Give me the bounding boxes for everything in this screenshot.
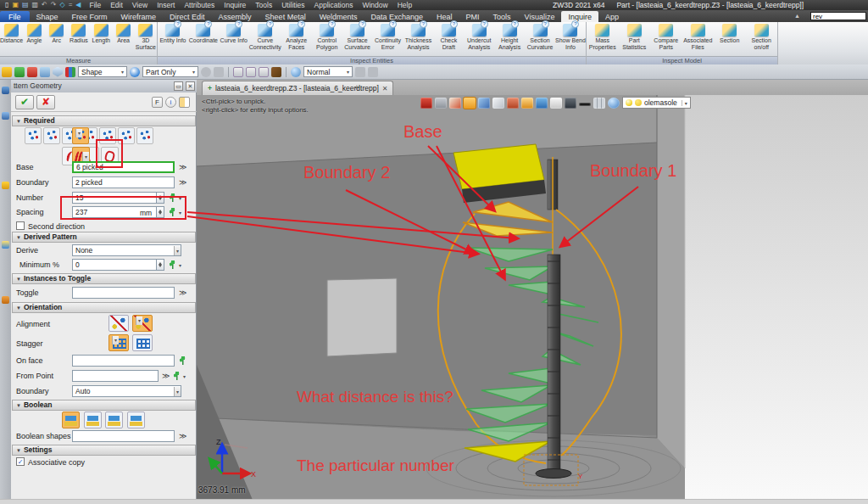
ribbon-button[interactable]: Section Curvature — [525, 24, 555, 51]
ribbon-tab-app[interactable]: App — [598, 11, 626, 22]
new-document-tab-button[interactable]: + — [354, 83, 359, 92]
open-folder-icon[interactable]: ▣ — [12, 1, 19, 9]
dock-folder-icon[interactable] — [2, 182, 9, 189]
pattern-at-curves-icon-selected[interactable] — [72, 127, 89, 144]
panel-header[interactable]: ttern Geometry ▭ ✕ — [11, 80, 197, 92]
toggle-input[interactable] — [72, 287, 175, 299]
history-clock-icon[interactable] — [130, 67, 140, 77]
pattern-linear-icon[interactable] — [25, 127, 42, 144]
stagger-none-icon-selected[interactable] — [108, 334, 129, 351]
section-boolean[interactable]: ▼Boolean — [12, 400, 196, 411]
polygon-pick-icon[interactable] — [53, 67, 63, 77]
section-derived-pattern[interactable]: ▼Derived Pattern — [12, 232, 196, 243]
on-face-pick-icon[interactable] — [180, 356, 186, 365]
half-view-button[interactable] — [179, 97, 190, 108]
second-direction-checkbox[interactable] — [16, 221, 25, 230]
ribbon-button[interactable]: Section — [714, 24, 746, 44]
shade-mode-icon[interactable] — [478, 98, 490, 109]
ribbon-button[interactable]: Radius — [68, 24, 90, 44]
spacing-variable-icon[interactable] — [170, 208, 176, 216]
ribbon-button[interactable]: Angle — [23, 24, 45, 44]
ribbon-tab-file[interactable]: File — [0, 11, 30, 22]
boundary-expand-chevron[interactable]: ≫ — [179, 178, 186, 187]
from-point-dropdown-arrow[interactable]: ▾ — [183, 373, 186, 379]
menu-item[interactable]: View — [132, 1, 147, 9]
field-mode-button[interactable]: F — [152, 97, 163, 108]
menu-item[interactable]: Help — [398, 1, 412, 9]
dock-layer-icon[interactable] — [2, 241, 9, 249]
cancel-button[interactable]: ✘ — [36, 95, 55, 109]
section-orientation[interactable]: ▼Orientation — [12, 302, 196, 313]
add-pick-icon[interactable] — [14, 67, 25, 77]
print-icon[interactable]: ▥ — [32, 1, 39, 9]
pattern-circular-icon[interactable] — [43, 127, 60, 144]
assembly-people-icon[interactable] — [507, 98, 519, 109]
from-point-pick-icon[interactable] — [174, 372, 181, 380]
menu-item[interactable]: Applications — [314, 1, 353, 9]
active-part-icon[interactable] — [464, 98, 476, 109]
panel-minimize-button[interactable]: ▭ — [174, 81, 183, 91]
globe-icon[interactable] — [291, 67, 301, 77]
ribbon-button[interactable]: Distance — [0, 24, 23, 44]
number-input[interactable] — [72, 192, 157, 204]
picture-filter-icon[interactable] — [40, 67, 50, 77]
ribbon-button[interactable]: Curve Connectivity — [249, 24, 281, 51]
wand-icon[interactable] — [355, 67, 365, 77]
menu-item[interactable]: Window — [362, 1, 387, 9]
play-icon[interactable]: ◀ — [75, 1, 81, 9]
ribbon-tab[interactable]: Shape — [30, 11, 65, 22]
derive-select[interactable]: None — [72, 244, 181, 256]
3d-canvas[interactable]: Y Z X <Ctrl-pick> to unpick. <right-clic… — [197, 95, 868, 504]
on-face-input[interactable] — [72, 355, 175, 367]
boundary-input[interactable] — [72, 176, 175, 188]
menu-item[interactable]: Tools — [255, 1, 272, 9]
display-monitor-icon[interactable] — [536, 98, 548, 109]
command-search-input[interactable] — [810, 12, 866, 20]
ribbon-button[interactable]: Section on/off — [746, 24, 778, 51]
spacing-spinner[interactable] — [157, 206, 164, 218]
pattern-polygon-icon[interactable] — [99, 127, 116, 144]
associative-copy-checkbox[interactable]: ✓ — [16, 457, 25, 466]
ribbon-button[interactable]: Compare Parts — [650, 24, 682, 51]
ribbon-button[interactable]: Continuity Error — [373, 24, 403, 51]
dock-manager-icon[interactable] — [2, 87, 9, 94]
number-dropdown-arrow[interactable]: ▾ — [179, 195, 181, 201]
wireframe-mode-icon[interactable] — [492, 98, 504, 109]
filter-all-icon[interactable] — [2, 67, 12, 77]
menu-item[interactable]: Insert — [157, 1, 175, 9]
ribbon-button[interactable]: Height Analysis — [494, 24, 525, 51]
ribbon-button[interactable]: Area — [112, 24, 134, 44]
save-icon[interactable]: ▤ — [22, 1, 29, 9]
pick-chain-icon[interactable] — [259, 67, 269, 77]
regen-icon[interactable]: ◇ — [60, 1, 65, 9]
document-tab-close-icon[interactable]: ✕ — [382, 85, 388, 92]
ribbon-button[interactable]: Arc — [46, 24, 68, 44]
menu-item[interactable]: Attributes — [184, 1, 214, 9]
ribbon-button[interactable]: Length — [90, 24, 112, 44]
number-spinner[interactable] — [157, 192, 164, 204]
boolean-shapes-input[interactable] — [72, 430, 175, 442]
stagger-offset-icon[interactable] — [132, 334, 153, 351]
equals-icon[interactable]: = — [69, 1, 73, 9]
spacing-dropdown-arrow[interactable]: ▾ — [179, 210, 181, 216]
entity-filter-select[interactable]: Shape — [78, 66, 127, 77]
pick-arrow-icon[interactable] — [271, 67, 281, 77]
redo-icon[interactable]: ↷ — [51, 1, 57, 9]
ribbon-button[interactable]: Mass Properties — [587, 24, 619, 51]
ribbon-button[interactable]: Show Bend Info — [555, 24, 586, 51]
ribbon-button[interactable]: Associated Files — [682, 24, 715, 51]
ribbon-button[interactable]: Curve Info — [219, 24, 249, 44]
background-image-icon[interactable] — [521, 98, 533, 109]
panel-close-button[interactable]: ✕ — [186, 81, 195, 91]
document-tab-active[interactable]: + lasteaia_6_keerdtrepp.Z3 - [lasteaia_6… — [202, 81, 393, 95]
circle-tool-icon[interactable] — [201, 67, 211, 77]
number-variable-icon[interactable] — [170, 193, 176, 202]
info-button[interactable]: i — [165, 97, 176, 108]
view-save-icon[interactable] — [435, 98, 447, 109]
ribbon-button[interactable]: Control Polygon — [312, 24, 342, 51]
ribbon-button[interactable]: Undercut Analysis — [464, 24, 494, 51]
dock-history-icon[interactable] — [2, 112, 9, 120]
ribbon-tab[interactable]: Visualize — [518, 11, 562, 22]
ribbon-button[interactable]: Analyze Faces — [281, 24, 312, 51]
ribbon-button[interactable]: 3D Surface — [135, 24, 157, 51]
